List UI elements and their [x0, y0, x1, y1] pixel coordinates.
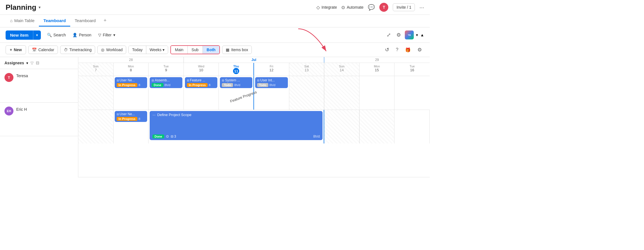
erich-cell-9-wide[interactable]: ··· Define Project Scope Done ⊙ ⊟ 3 8h	[149, 110, 324, 143]
filter-button[interactable]: ▽ Filter ▾	[95, 31, 119, 39]
integrate-button[interactable]: ◇ Integrate	[316, 5, 337, 10]
archive-assignees-icon[interactable]: ⊟	[36, 60, 39, 65]
erich-cell-14[interactable]	[359, 110, 395, 143]
week-28: 28	[78, 57, 184, 63]
search-button[interactable]: 🔍 Search	[44, 31, 69, 39]
teresa-cell-11[interactable]: ⊟ System ... Todo 8h/d	[219, 76, 254, 110]
calendar-section: Assignees ▾ ▽ ⊟ T Teresa EH Eric H 28 Ju…	[0, 57, 430, 177]
assignee-row-erich: EH Eric H	[0, 103, 78, 136]
toolbar-left: New item ▾ 🔍 Search 👤 Person ▽ Filter ▾	[6, 30, 119, 40]
teresa-cell-7[interactable]	[78, 76, 114, 110]
new-item-dropdown-button[interactable]: ▾	[33, 30, 41, 40]
day-8: Mon 8	[114, 63, 149, 76]
erich-cell-13[interactable]	[324, 110, 359, 143]
teresa-cell-15[interactable]	[359, 76, 395, 110]
task-card-erich-user[interactable]: ⊟ User Ne... In Progress 8	[115, 111, 147, 122]
tab-teamboard-2[interactable]: Teamboard	[70, 15, 100, 27]
name-erich: Eric H	[16, 106, 27, 112]
person-icon: 👤	[72, 33, 77, 37]
new-button[interactable]: + + New New	[6, 45, 26, 54]
week-29: 29	[324, 57, 430, 63]
settings-button[interactable]: ⚙	[395, 30, 403, 40]
teresa-cell-16[interactable]	[394, 76, 430, 110]
workload-icon: ◎	[101, 48, 104, 52]
teresa-cell-12[interactable]: ⊟ User Int... Todo 8h/d	[254, 76, 289, 110]
both-view-button[interactable]: Both	[203, 46, 220, 54]
workload-button[interactable]: ◎ Workload	[97, 46, 126, 54]
assignees-header: Assignees ▾ ▽ ⊟	[0, 57, 78, 69]
teresa-cell-9[interactable]: ⊟ Assemb... Done 8h/d	[149, 76, 184, 110]
cal-grid: 28 Jul 29 Sun 7 Mon 8 Tue 9 Wed	[78, 57, 430, 177]
title-chevron-icon[interactable]: ▾	[39, 5, 41, 10]
cal-settings-button[interactable]: ⚙	[415, 45, 424, 55]
calendar-button[interactable]: 📅 Calendar	[28, 46, 58, 54]
toolbar-right: ⤢ ⚙ TB ▾ ▲	[385, 30, 424, 40]
home-icon: ⌂	[10, 18, 13, 23]
erich-cell-15[interactable]	[394, 110, 430, 143]
person-button[interactable]: 👤 Person	[69, 31, 95, 39]
teresa-cell-14[interactable]	[324, 76, 359, 110]
task-card-erich-define[interactable]: ··· Define Project Scope Done ⊙ ⊟ 3 8h	[150, 111, 323, 140]
toolbar: New item ▾ 🔍 Search 👤 Person ▽ Filter ▾ …	[0, 27, 430, 43]
day-10: Wed 10	[184, 63, 219, 76]
app-title: Planning	[6, 3, 36, 12]
filter-chevron-icon: ▾	[113, 33, 115, 37]
tab-add[interactable]: +	[100, 15, 110, 27]
erich-cal-row: ⊟ User Ne... In Progress 8 ··· Define Pr…	[78, 110, 430, 177]
task-card-teresa-user-int[interactable]: ⊟ User Int... Todo 8h/d	[255, 77, 288, 88]
avatar-erich: EH	[4, 107, 13, 115]
weeks-button[interactable]: Weeks ▾	[146, 46, 168, 54]
new-item-button[interactable]: New item	[6, 30, 33, 40]
day-13: Sat 13	[289, 63, 325, 76]
task-card-teresa-assemble[interactable]: ⊟ Assemb... Done 8h/d	[150, 77, 182, 88]
week-jul: Jul	[184, 57, 324, 63]
automate-button[interactable]: ⊙ Automate	[341, 5, 363, 10]
day-14: Sun 14	[324, 63, 359, 76]
erich-cell-16[interactable]	[78, 143, 114, 177]
message-button[interactable]: 💬	[368, 4, 375, 11]
day-headers-row: Sun 7 Mon 8 Tue 9 Wed 10 Thu 11	[78, 63, 430, 76]
day-11: Thu 11	[219, 63, 254, 76]
collapse-button[interactable]: ▲	[420, 33, 424, 37]
timetracking-icon: ⏱	[64, 48, 68, 52]
items-box-button[interactable]: ▦ Items box	[222, 46, 252, 54]
day-9: Tue 9	[149, 63, 184, 76]
plus-icon: +	[10, 48, 12, 52]
assignees-col: Assignees ▾ ▽ ⊟ T Teresa EH Eric H	[0, 57, 78, 177]
tab-main-table[interactable]: ⌂ Main Table	[6, 15, 39, 27]
new-item-wrap: New item ▾	[6, 30, 41, 40]
main-view-button[interactable]: Main	[171, 46, 187, 54]
assignees-chevron-icon[interactable]: ▾	[26, 61, 28, 65]
teresa-cell-8[interactable]: ⊟ User Ne... In Progress 8	[114, 76, 149, 110]
items-box-icon: ▦	[226, 48, 229, 52]
today-button[interactable]: Today	[129, 46, 146, 54]
expand-button[interactable]: ⤢	[385, 30, 392, 40]
erich-cell-7[interactable]	[78, 110, 114, 143]
tab-teamboard-1[interactable]: Teamboard	[39, 15, 70, 27]
cal-toolbar-container: + + New New 📅 Calendar ⏱ Timetracking ◎ …	[0, 43, 430, 57]
filter-assignees-icon[interactable]: ▽	[30, 61, 34, 65]
erich-cell-8[interactable]: ⊟ User Ne... In Progress 8	[114, 110, 149, 143]
refresh-button[interactable]: ↺	[383, 45, 391, 55]
assignee-row-teresa: T Teresa	[0, 69, 78, 103]
day-15: Mon 15	[359, 63, 395, 76]
week-labels-row: 28 Jul 29	[78, 57, 430, 63]
avatar-teresa: T	[4, 73, 13, 82]
task-card-teresa-user-needs[interactable]: ⊟ User Ne... In Progress 8	[115, 77, 147, 88]
teresa-cell-13[interactable]	[289, 76, 325, 110]
invite-button[interactable]: Invite / 1	[393, 3, 415, 11]
sub-view-button[interactable]: Sub	[188, 46, 203, 54]
teresa-cell-10[interactable]: ⊟ Feature ... In Progress 8	[184, 76, 219, 110]
timetracking-button[interactable]: ⏱ Timetracking	[60, 46, 95, 54]
more-options-button[interactable]: ···	[419, 4, 424, 11]
gift-button[interactable]: 🎁	[403, 46, 413, 54]
task-card-teresa-feature[interactable]: ⊟ Feature ... In Progress 8	[185, 77, 218, 88]
task-card-teresa-system[interactable]: ⊟ System ... Todo 8h/d	[220, 77, 252, 88]
help-button[interactable]: ?	[394, 46, 401, 54]
day-12: Fri 12	[254, 63, 289, 76]
today-group: Today Weeks ▾	[128, 46, 168, 54]
logo-dropdown-button[interactable]: ▾	[416, 33, 418, 37]
avatar[interactable]: T	[379, 3, 388, 12]
automate-icon: ⊙	[341, 5, 345, 10]
calendar-icon: 📅	[32, 48, 37, 52]
